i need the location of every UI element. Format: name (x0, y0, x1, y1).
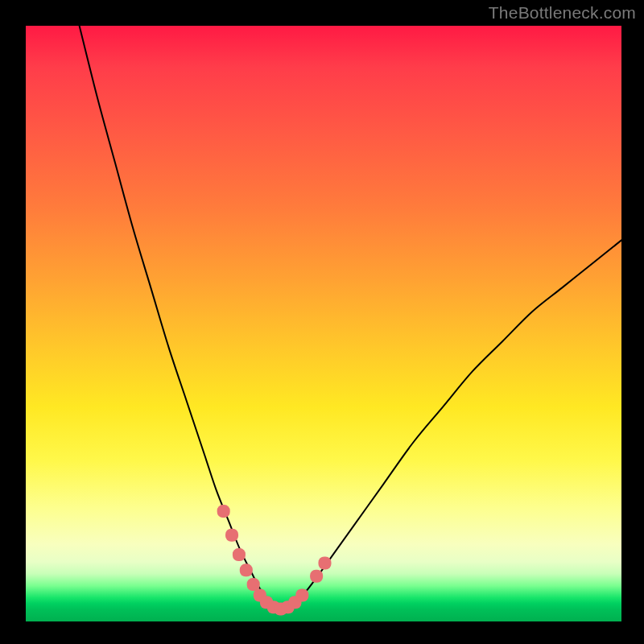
valley-marker (225, 529, 238, 542)
bottleneck-curve (80, 26, 621, 611)
valley-marker (217, 505, 230, 518)
valley-marker (240, 564, 253, 576)
valley-marker (318, 556, 331, 569)
valley-marker (233, 548, 246, 561)
chart-svg (26, 26, 621, 621)
valley-marker (295, 588, 308, 601)
valley-marker (310, 570, 323, 583)
marker-layer (217, 505, 332, 615)
curve-layer (80, 26, 621, 611)
plot-area (26, 26, 621, 621)
watermark-text: TheBottleneck.com (489, 3, 636, 23)
chart-stage: TheBottleneck.com (0, 0, 644, 644)
